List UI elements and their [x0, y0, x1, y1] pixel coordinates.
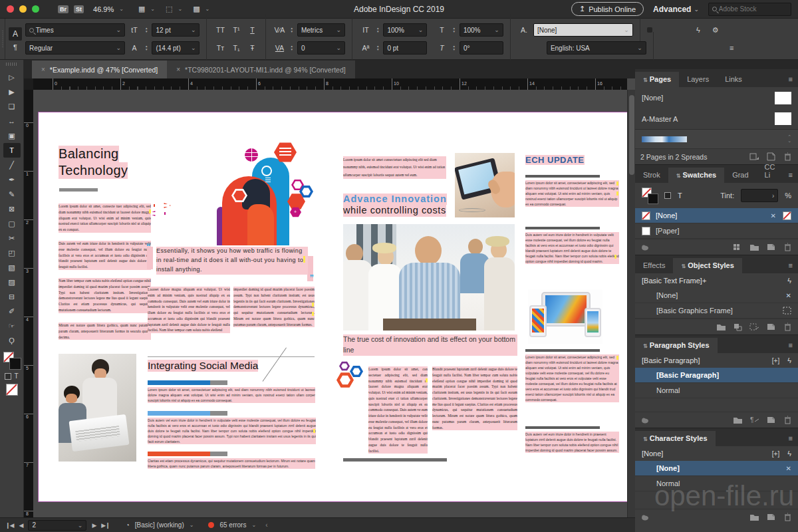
ruler-origin[interactable] [24, 78, 33, 90]
close-icon[interactable]: × [176, 66, 180, 73]
panel-grip[interactable] [0, 19, 5, 59]
pen-tool[interactable]: ✒ [3, 172, 21, 187]
trash-icon[interactable] [783, 243, 793, 251]
frame-tool[interactable]: ⊠ [3, 201, 21, 216]
subscript-button[interactable]: T₁ [229, 44, 243, 52]
new-swatch-icon[interactable] [766, 243, 776, 251]
sidebar-paragraph[interactable]: Duis autem vel eum iriure dolor in hendr… [525, 432, 619, 470]
kerning-select[interactable]: Metrics [297, 23, 345, 37]
tab-paragraph-styles[interactable]: ⇅Paragraph Styles [635, 338, 718, 353]
tab-character-styles[interactable]: ⇅Character Styles [635, 431, 716, 446]
cc-libraries-sync-icon[interactable] [640, 513, 650, 521]
align-left-button[interactable] [647, 27, 652, 33]
previous-page-button[interactable]: ◀ [19, 522, 23, 529]
close-icon[interactable]: × [41, 66, 45, 73]
panel-menu-icon[interactable]: ≡ [783, 171, 798, 183]
chevron-down-icon[interactable]: ⌄ [150, 6, 155, 12]
language-select[interactable]: English: USA [547, 41, 646, 55]
quick-apply-icon[interactable]: ϟ [787, 450, 791, 458]
underline-button[interactable]: T [245, 26, 259, 34]
intro-paragraph[interactable]: Lorem ipsum dolor sit amet consectetuer … [343, 156, 446, 188]
heads-illustration[interactable]: + [217, 127, 318, 245]
vertical-ruler[interactable]: 012345678 [24, 78, 33, 517]
chevron-down-icon[interactable]: ⌄ [251, 522, 256, 528]
tracking-stepper[interactable] [290, 45, 293, 51]
cc-libraries-sync-icon[interactable] [640, 416, 650, 424]
gradient-swatch-tool[interactable]: ▧ [3, 260, 21, 275]
formatting-affects-text-button[interactable]: T [14, 372, 18, 380]
photo-devices[interactable] [528, 289, 602, 344]
body-column[interactable]: imperdiet doming id quod mazim placerat … [233, 287, 315, 349]
preflight-icon[interactable]: ◔ [126, 521, 130, 529]
social-paragraph[interactable]: Claritas est etiam processus dynamicus, … [148, 458, 315, 470]
edit-page-size-icon[interactable] [749, 152, 759, 161]
tracking-select[interactable]: 0 [297, 41, 345, 55]
tab-gradient[interactable]: Grad [724, 168, 756, 183]
trash-icon[interactable] [783, 323, 793, 331]
skew-stepper[interactable] [452, 45, 455, 51]
body-paragraph[interactable]: Duis autem vel eum iriure dolor in hendr… [59, 241, 151, 275]
new-swatch-group-icon[interactable] [749, 243, 759, 251]
tab-cc-libraries[interactable]: CC Li [757, 160, 783, 183]
gear-icon[interactable]: ⚙ [712, 26, 719, 35]
horizontal-scale-select[interactable]: 100% [460, 23, 503, 37]
adobe-stock-search[interactable] [708, 3, 791, 16]
clear-overrides-icon[interactable] [733, 323, 743, 331]
font-family-select[interactable]: Times [25, 23, 125, 37]
kerning-stepper[interactable] [290, 27, 293, 33]
leading-stepper[interactable] [145, 45, 148, 51]
skew-field[interactable]: 0° [460, 41, 503, 55]
tint-field[interactable]: › [741, 189, 778, 202]
sidebar-paragraph[interactable]: Duis autem vel eum iriure dolor in hendr… [525, 232, 619, 287]
cc-libraries-sync-icon[interactable] [640, 243, 650, 251]
quick-apply-icon[interactable]: ϟ [787, 277, 791, 285]
character-style-row-none[interactable]: [None] ✕ [635, 461, 798, 476]
paragraph-style-row-basic[interactable]: [Basic Paragraph] [635, 368, 798, 383]
chevron-down-icon[interactable]: ⌄ [205, 6, 210, 12]
justify-all-button[interactable] [660, 45, 666, 51]
screen-mode-icon[interactable]: ⬚ [166, 5, 172, 13]
window-zoom-button[interactable] [32, 5, 39, 13]
gradient-feather-tool[interactable]: ▨ [3, 275, 21, 289]
new-style-icon[interactable] [766, 416, 776, 424]
character-style-select[interactable]: [None] [533, 23, 633, 37]
tab-links[interactable]: Links [717, 72, 750, 87]
panel-menu-icon[interactable]: ≡ [783, 434, 798, 446]
body-column[interactable]: Laoreet dolore magna aliquam erat volutp… [148, 287, 230, 349]
character-style-row-normal[interactable]: Normal [635, 476, 798, 491]
document-tab-layout[interactable]: × *TC9980201-LAYOUT-MI1.indd @ 94% [Conv… [167, 61, 354, 78]
document-page[interactable]: BalancingTechnology Lorem ipsum dolor si… [39, 112, 627, 501]
rectangle-tool[interactable]: ▢ [3, 216, 21, 231]
clear-overrides-icon[interactable]: ¶ [749, 416, 759, 424]
line-tool[interactable]: ╱ [3, 158, 21, 172]
horizontal-ruler[interactable]: 0246810121416 [33, 78, 627, 90]
page-thumbnail[interactable] [775, 112, 791, 125]
new-page-icon[interactable] [766, 152, 776, 161]
panel-menu-icon[interactable]: ≡ [783, 341, 798, 353]
scroll-arrows[interactable]: ⌃⌄ [787, 135, 791, 143]
formatting-affects-container-button[interactable] [5, 373, 11, 380]
align-away-spine-button[interactable] [676, 45, 682, 51]
page-tool[interactable]: ❏ [3, 99, 21, 114]
font-size-select[interactable]: 12 pt [152, 23, 200, 37]
hand-tool[interactable]: ☞ [3, 319, 21, 333]
paragraph-style-row-normal[interactable]: Normal [635, 383, 798, 398]
stroke-swatch[interactable] [10, 358, 21, 369]
chevron-down-icon[interactable]: ⌄ [190, 522, 194, 528]
tab-pages[interactable]: ⇅Pages [635, 72, 679, 87]
master-row-a-master[interactable]: A-Master A [635, 108, 798, 130]
trash-icon[interactable] [783, 416, 793, 424]
swatch-views-icon[interactable] [733, 243, 743, 251]
free-transform-tool[interactable]: ◰ [3, 245, 21, 260]
zoom-level-value[interactable]: 46.9% [93, 5, 114, 13]
baseline-shift-field[interactable]: 0 pt [383, 41, 427, 55]
strikethrough-button[interactable]: Ŧ [245, 44, 259, 52]
justify-center-button[interactable] [684, 45, 690, 51]
stock-button[interactable]: St [74, 5, 84, 13]
sidebar-paragraph[interactable]: Lorem ipsum dolor sit amet, consectetuer… [525, 354, 619, 421]
style-override-icon[interactable]: [+] [772, 357, 779, 364]
gap-tool[interactable]: ↔ [3, 114, 21, 128]
content-collector-tool[interactable]: ▣ [3, 128, 21, 143]
align-right-button[interactable] [663, 27, 668, 33]
pull-quote[interactable]: “ ” Essentially, it shows you how web tr… [147, 245, 316, 284]
